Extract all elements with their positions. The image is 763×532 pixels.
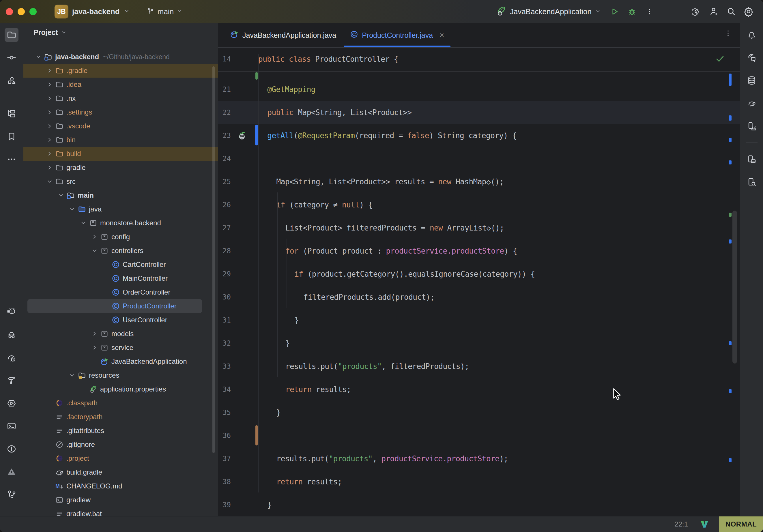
- tree-item-usercontroller[interactable]: UserController: [23, 313, 218, 327]
- tree-item--gitignore[interactable]: .gitignore: [23, 438, 218, 452]
- chevron-down-icon[interactable]: [46, 178, 53, 185]
- dependencies-icon[interactable]: [5, 73, 19, 87]
- tree-item-main[interactable]: main: [23, 188, 218, 202]
- tree-item-src[interactable]: src: [23, 174, 218, 188]
- code-text[interactable]: List<Product> filteredProducts = new Arr…: [258, 224, 504, 232]
- editor-options-icon[interactable]: [724, 30, 732, 38]
- line-number[interactable]: 38: [218, 478, 231, 486]
- incognito-icon[interactable]: [5, 328, 19, 342]
- code-text[interactable]: public class ProductController {: [258, 55, 398, 63]
- code-text[interactable]: return results;: [258, 478, 342, 486]
- code-text[interactable]: @GetMapping: [258, 85, 315, 94]
- code-text[interactable]: filteredProducts.add(product);: [258, 293, 435, 301]
- line-number[interactable]: 22: [218, 108, 231, 117]
- tree-item-controllers[interactable]: controllers: [23, 244, 218, 258]
- tree-item-config[interactable]: config: [23, 230, 218, 244]
- tree-item-monostore-backend[interactable]: monostore.backend: [23, 216, 218, 230]
- search-everywhere-icon[interactable]: [724, 4, 739, 19]
- tree-item-build-gradle[interactable]: build.gradle: [23, 465, 218, 479]
- code-text[interactable]: }: [258, 339, 290, 348]
- chevron-down-icon[interactable]: [91, 247, 98, 254]
- inspections-ok-icon[interactable]: [715, 54, 725, 65]
- tree-item-service[interactable]: service: [23, 341, 218, 355]
- line-number[interactable]: 34: [218, 385, 231, 393]
- analysis-stripe-mark[interactable]: [729, 341, 731, 345]
- code-text[interactable]: public Map<String, List<Product>>: [258, 108, 411, 117]
- close-window-button[interactable]: [6, 8, 13, 15]
- project-panel-header[interactable]: Project: [23, 23, 218, 42]
- tree-item-bin[interactable]: bin: [23, 133, 218, 147]
- line-number[interactable]: 29: [218, 270, 231, 278]
- close-tab-icon[interactable]: ×: [440, 32, 444, 39]
- chevron-right-icon[interactable]: [91, 330, 98, 337]
- code-text[interactable]: }: [258, 316, 299, 325]
- chevron-down-icon[interactable]: [69, 372, 76, 379]
- code-text[interactable]: }: [258, 500, 272, 509]
- code-text[interactable]: Map<String, List<Product>> results = new…: [258, 177, 504, 186]
- tree-item-gradlew-bat[interactable]: gradlew.bat: [23, 507, 218, 516]
- run-configuration-selector[interactable]: JavaBackendApplication: [496, 6, 601, 17]
- line-number[interactable]: 35: [218, 408, 231, 417]
- analysis-stripe-mark[interactable]: [729, 160, 731, 164]
- endpoint-globe-icon[interactable]: [237, 131, 247, 142]
- notifications-icon[interactable]: [745, 28, 759, 42]
- chevron-right-icon[interactable]: [46, 95, 53, 102]
- project-tree-scrollbar[interactable]: [212, 66, 215, 453]
- problems-icon[interactable]: [5, 442, 19, 456]
- chevron-right-icon[interactable]: [46, 137, 53, 144]
- code-with-me-icon[interactable]: [707, 4, 721, 19]
- line-number[interactable]: 36: [218, 432, 231, 440]
- vim-mode-badge[interactable]: NORMAL: [719, 516, 763, 532]
- chevron-down-icon[interactable]: [80, 220, 87, 227]
- sticky-header-line[interactable]: 14public class ProductController {: [218, 48, 740, 71]
- caret-position[interactable]: 22:1: [674, 520, 688, 528]
- tree-item--project[interactable]: .project: [23, 452, 218, 465]
- analysis-stripe-mark[interactable]: [729, 73, 731, 86]
- project-widget[interactable]: JB java-backend: [54, 5, 130, 19]
- minimize-window-button[interactable]: [18, 8, 25, 15]
- commit-icon[interactable]: [5, 51, 19, 64]
- analysis-stripe-mark[interactable]: [729, 138, 731, 142]
- profiler-icon[interactable]: [5, 351, 19, 365]
- build-hammer-icon[interactable]: [5, 373, 19, 387]
- device-explorer-icon[interactable]: [745, 175, 759, 189]
- git-branch-icon[interactable]: [5, 487, 19, 501]
- services-icon[interactable]: [5, 396, 19, 410]
- copilot-cat-icon[interactable]: [5, 305, 19, 319]
- settings-icon[interactable]: [741, 4, 756, 19]
- chevron-right-icon[interactable]: [46, 164, 53, 171]
- analysis-stripe-mark[interactable]: [729, 213, 731, 217]
- tree-item-productcontroller[interactable]: ProductController: [23, 299, 218, 313]
- line-number[interactable]: 37: [218, 455, 231, 463]
- gradle-icon[interactable]: [745, 96, 759, 110]
- tree-item--gradle[interactable]: .gradle: [23, 64, 218, 78]
- tree-item-gradle[interactable]: gradle: [23, 161, 218, 174]
- tree-item-gradlew[interactable]: gradlew: [23, 493, 218, 507]
- line-number[interactable]: 27: [218, 224, 231, 232]
- tree-item-models[interactable]: models: [23, 327, 218, 341]
- code-text[interactable]: return results;: [258, 385, 351, 394]
- ai-assistant-icon[interactable]: [689, 4, 704, 19]
- chevron-right-icon[interactable]: [46, 67, 53, 74]
- editor-tab-javabackendapplication-java[interactable]: JavaBackendApplication.java: [223, 23, 343, 47]
- chevron-right-icon[interactable]: [91, 233, 98, 240]
- terminal-icon[interactable]: [5, 419, 19, 433]
- tree-item--settings[interactable]: .settings: [23, 105, 218, 119]
- tree-item--classpath[interactable]: .classpath: [23, 396, 218, 410]
- line-number[interactable]: 24: [218, 155, 231, 163]
- chevron-right-icon[interactable]: [91, 344, 98, 351]
- tree-item-changelog-md[interactable]: MCHANGELOG.md: [23, 479, 218, 493]
- editor-tab-productcontroller-java[interactable]: ProductController.java×: [343, 23, 451, 47]
- warnings-icon[interactable]: [5, 465, 19, 479]
- tree-item-build[interactable]: build: [23, 147, 218, 161]
- tree-item-java[interactable]: java: [23, 202, 218, 216]
- line-number[interactable]: 14: [218, 55, 231, 63]
- tree-item-ordercontroller[interactable]: OrderController: [23, 285, 218, 299]
- line-number[interactable]: 39: [218, 501, 231, 509]
- more-vertical-icon[interactable]: [642, 4, 657, 19]
- line-number[interactable]: 21: [218, 85, 231, 93]
- more-icon[interactable]: [5, 152, 19, 166]
- database-icon[interactable]: [745, 73, 759, 87]
- line-number[interactable]: 25: [218, 178, 231, 186]
- chevron-down-icon[interactable]: [35, 53, 42, 60]
